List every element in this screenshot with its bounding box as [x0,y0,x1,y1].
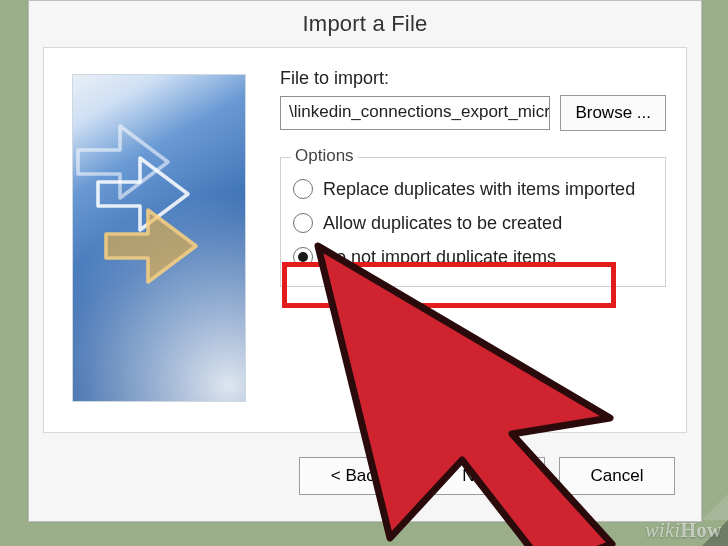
form: File to import: \linkedin_connections_ex… [280,68,666,287]
watermark-how: How [681,519,723,541]
radio-do-not-import-duplicates[interactable]: Do not import duplicate items [293,240,653,274]
options-group: Options Replace duplicates with items im… [280,157,666,287]
wikihow-watermark: wikiHow [645,519,722,542]
radio-allow-duplicates[interactable]: Allow duplicates to be created [293,206,653,240]
dialog-buttons: < Back Next > Cancel [43,432,687,503]
radio-replace-duplicates[interactable]: Replace duplicates with items imported [293,172,653,206]
radio-label: Replace duplicates with items imported [323,179,635,200]
browse-button[interactable]: Browse ... [560,95,666,131]
radio-icon [293,213,313,233]
arrow-icon [94,186,214,306]
watermark-wiki: wiki [645,519,680,541]
import-file-dialog: Import a File File to import: \linkedin_… [28,0,702,522]
dialog-title: Import a File [29,1,701,47]
file-to-import-label: File to import: [280,68,666,89]
file-row: \linkedin_connections_export_microsoft_ … [280,95,666,131]
radio-label: Do not import duplicate items [323,247,556,268]
dialog-body: File to import: \linkedin_connections_ex… [43,47,687,443]
radio-label: Allow duplicates to be created [323,213,562,234]
cancel-button[interactable]: Cancel [559,457,675,495]
options-legend: Options [291,146,358,166]
radio-icon [293,247,313,267]
back-button[interactable]: < Back [299,457,415,495]
next-button[interactable]: Next > [429,457,545,495]
wizard-illustration [72,74,246,402]
radio-icon [293,179,313,199]
file-to-import-input[interactable]: \linkedin_connections_export_microsoft_ [280,96,550,130]
